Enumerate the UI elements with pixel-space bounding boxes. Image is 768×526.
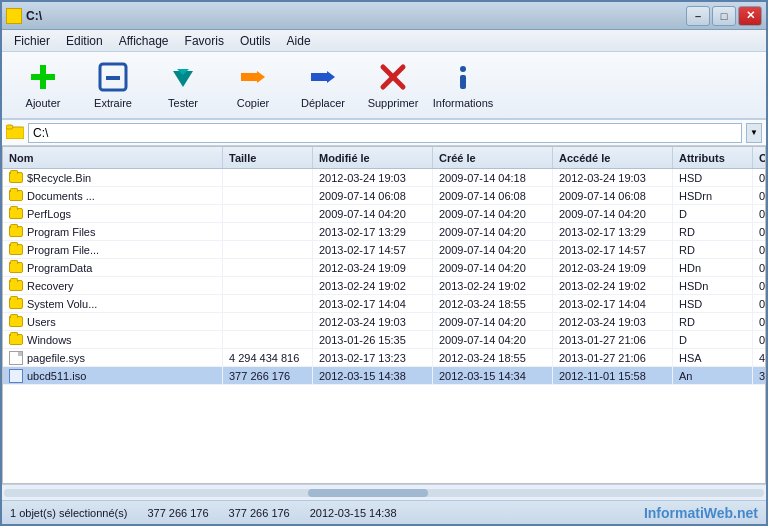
file-compressed: 377 266 176 [753, 367, 765, 384]
file-name: pagefile.sys [3, 349, 223, 366]
menu-edition[interactable]: Edition [58, 32, 111, 50]
table-row[interactable]: Program File... 2013-02-17 14:57 2009-07… [3, 241, 765, 259]
copier-button[interactable]: Copier [220, 56, 286, 114]
delete-icon [377, 61, 409, 93]
menu-aide[interactable]: Aide [279, 32, 319, 50]
col-header-modified[interactable]: Modifié le [313, 147, 433, 168]
folder-icon [9, 280, 23, 291]
file-modified: 2012-03-15 14:38 [313, 367, 433, 384]
file-compressed: 0 [753, 205, 765, 222]
add-icon [27, 61, 59, 93]
file-name-text: Documents ... [27, 190, 95, 202]
table-row[interactable]: PerfLogs 2009-07-14 04:20 2009-07-14 04:… [3, 205, 765, 223]
svg-rect-6 [241, 73, 257, 81]
file-attrs: RD [673, 223, 753, 240]
window-icon [6, 8, 22, 24]
folder-icon [9, 208, 23, 219]
minimize-button[interactable]: – [686, 6, 710, 26]
scrollbar-thumb[interactable] [308, 489, 428, 497]
file-name: ProgramData [3, 259, 223, 276]
table-row[interactable]: ProgramData 2012-03-24 19:09 2009-07-14 … [3, 259, 765, 277]
col-header-name[interactable]: Nom [3, 147, 223, 168]
col-header-attrs[interactable]: Attributs [673, 147, 753, 168]
file-name-text: $Recycle.Bin [27, 172, 91, 184]
file-created: 2009-07-14 04:20 [433, 313, 553, 330]
table-row[interactable]: Documents ... 2009-07-14 06:08 2009-07-1… [3, 187, 765, 205]
file-modified: 2013-02-17 13:23 [313, 349, 433, 366]
file-attrs: HSD [673, 169, 753, 186]
col-header-created[interactable]: Créé le [433, 147, 553, 168]
folder-icon [9, 172, 23, 183]
file-size: 4 294 434 816 [223, 349, 313, 366]
menu-favoris[interactable]: Favoris [177, 32, 232, 50]
file-modified: 2012-03-24 19:09 [313, 259, 433, 276]
file-attrs: HDn [673, 259, 753, 276]
iso-icon [9, 369, 23, 383]
ajouter-label: Ajouter [26, 97, 61, 109]
file-compressed: 0 [753, 313, 765, 330]
close-button[interactable]: ✕ [738, 6, 762, 26]
file-modified: 2012-03-24 19:03 [313, 313, 433, 330]
tester-button[interactable]: Tester [150, 56, 216, 114]
file-size: 377 266 176 [223, 367, 313, 384]
file-attrs: HSDn [673, 277, 753, 294]
deplacer-button[interactable]: Déplacer [290, 56, 356, 114]
file-size [223, 277, 313, 294]
file-accessed: 2012-03-24 19:09 [553, 259, 673, 276]
table-row[interactable]: $Recycle.Bin 2012-03-24 19:03 2009-07-14… [3, 169, 765, 187]
table-row[interactable]: Recovery 2013-02-24 19:02 2013-02-24 19:… [3, 277, 765, 295]
table-row[interactable]: System Volu... 2013-02-17 14:04 2012-03-… [3, 295, 765, 313]
file-modified: 2013-01-26 15:35 [313, 331, 433, 348]
horizontal-scrollbar[interactable] [2, 484, 766, 500]
folder-icon [9, 244, 23, 255]
file-size [223, 331, 313, 348]
address-path-input[interactable]: C:\ [28, 123, 742, 143]
status-date: 2012-03-15 14:38 [310, 507, 397, 519]
title-bar: C:\ – □ ✕ [2, 2, 766, 30]
ajouter-button[interactable]: Ajouter [10, 56, 76, 114]
col-header-compressed[interactable]: Compressé [753, 147, 766, 168]
window-title: C:\ [26, 9, 42, 23]
address-dropdown-button[interactable]: ▼ [746, 123, 762, 143]
file-accessed: 2013-02-17 14:57 [553, 241, 673, 258]
table-row[interactable]: ubcd511.iso 377 266 176 2012-03-15 14:38… [3, 367, 765, 385]
extraire-label: Extraire [94, 97, 132, 109]
file-accessed: 2013-02-24 19:02 [553, 277, 673, 294]
file-attrs: HSD [673, 295, 753, 312]
toolbar: Ajouter Extraire Tester [2, 52, 766, 120]
file-compressed: 0 [753, 241, 765, 258]
table-row[interactable]: Windows 2013-01-26 15:35 2009-07-14 04:2… [3, 331, 765, 349]
file-modified: 2013-02-17 13:29 [313, 223, 433, 240]
file-attrs: D [673, 331, 753, 348]
file-name-text: ubcd511.iso [27, 370, 86, 382]
supprimer-button[interactable]: Supprimer [360, 56, 426, 114]
file-size [223, 223, 313, 240]
file-name: Program Files [3, 223, 223, 240]
file-accessed: 2013-02-17 14:04 [553, 295, 673, 312]
col-header-accessed[interactable]: Accédé le [553, 147, 673, 168]
menu-fichier[interactable]: Fichier [6, 32, 58, 50]
file-list-header: Nom Taille Modifié le Créé le Accédé le … [3, 147, 765, 169]
copier-label: Copier [237, 97, 269, 109]
file-accessed: 2012-11-01 15:58 [553, 367, 673, 384]
informations-button[interactable]: Informations [430, 56, 496, 114]
file-created: 2012-03-24 18:55 [433, 349, 553, 366]
folder-icon [9, 334, 23, 345]
menu-outils[interactable]: Outils [232, 32, 279, 50]
title-bar-left: C:\ [6, 8, 42, 24]
file-accessed: 2013-01-27 21:06 [553, 349, 673, 366]
move-icon [307, 61, 339, 93]
maximize-button[interactable]: □ [712, 6, 736, 26]
table-row[interactable]: Program Files 2013-02-17 13:29 2009-07-1… [3, 223, 765, 241]
file-name-text: Program Files [27, 226, 95, 238]
col-header-size[interactable]: Taille [223, 147, 313, 168]
extraire-button[interactable]: Extraire [80, 56, 146, 114]
status-size2: 377 266 176 [229, 507, 290, 519]
table-row[interactable]: pagefile.sys 4 294 434 816 2013-02-17 13… [3, 349, 765, 367]
address-bar: C:\ ▼ [2, 120, 766, 146]
table-row[interactable]: Users 2012-03-24 19:03 2009-07-14 04:20 … [3, 313, 765, 331]
menu-affichage[interactable]: Affichage [111, 32, 177, 50]
file-modified: 2013-02-17 14:57 [313, 241, 433, 258]
main-window: C:\ – □ ✕ Fichier Edition Affichage Favo… [0, 0, 768, 526]
file-created: 2013-02-24 19:02 [433, 277, 553, 294]
